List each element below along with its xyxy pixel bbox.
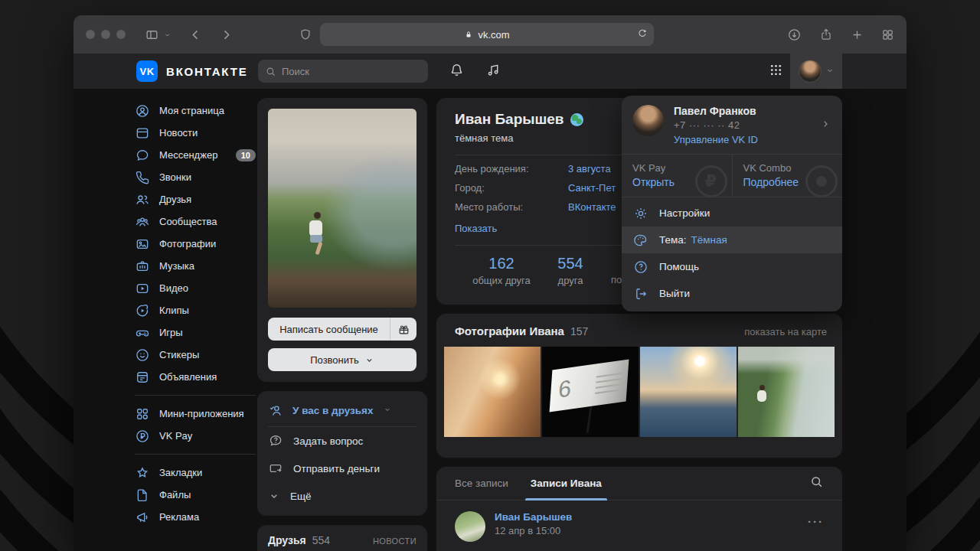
detail-value-link[interactable]: ВКонтакте bbox=[568, 201, 616, 213]
friends-counter[interactable]: 554 друга bbox=[548, 255, 593, 286]
minimize-window-icon[interactable] bbox=[101, 30, 110, 39]
action-label: Задать вопрос bbox=[293, 435, 363, 447]
new-tab-icon[interactable] bbox=[851, 28, 864, 41]
photo-thumbnail-aerial[interactable] bbox=[640, 347, 737, 437]
window-controls[interactable] bbox=[86, 30, 126, 39]
combo-watermark-icon bbox=[805, 165, 838, 197]
stickers-icon bbox=[135, 347, 150, 363]
menu-item-label: Помощь bbox=[659, 261, 699, 272]
call-button-label: Позвонить bbox=[310, 354, 359, 366]
send-gift-button[interactable] bbox=[390, 318, 416, 341]
mutual-friends-counter[interactable]: 162 общих друга bbox=[455, 255, 548, 286]
video-icon bbox=[135, 281, 150, 296]
post-author-link[interactable]: Иван Барышев bbox=[495, 511, 572, 523]
friends-title[interactable]: Друзья bbox=[268, 534, 306, 546]
notifications-bell-icon[interactable] bbox=[449, 62, 465, 81]
friend-status-button[interactable]: У вас в друзьях bbox=[268, 394, 416, 426]
post-date[interactable]: 12 апр в 15:00 bbox=[495, 525, 572, 536]
photo-thumbnail-sign[interactable]: 6 bbox=[542, 347, 639, 437]
vk-pay-tile[interactable]: VK Pay Открыть ₽ bbox=[622, 155, 733, 197]
share-icon[interactable] bbox=[819, 28, 833, 41]
back-icon[interactable] bbox=[188, 28, 203, 42]
sidebar-item-calls[interactable]: Звонки bbox=[135, 166, 256, 188]
sidebar-item-music[interactable]: Музыка bbox=[135, 255, 256, 277]
post-author-avatar[interactable] bbox=[455, 511, 485, 542]
more-actions-button[interactable]: Ещё bbox=[268, 482, 416, 510]
account-menu-button[interactable] bbox=[790, 54, 842, 89]
sidebar-item-stickers[interactable]: Стикеры bbox=[135, 344, 256, 366]
menu-item-help[interactable]: Помощь bbox=[622, 253, 842, 280]
sidebar-item-label: Закладки bbox=[159, 467, 202, 478]
privacy-shield-icon[interactable] bbox=[299, 28, 312, 41]
photo-person bbox=[309, 220, 322, 236]
menu-item-label: Тема: bbox=[659, 234, 687, 246]
sidebar-item-ads[interactable]: Реклама bbox=[135, 506, 256, 528]
sidebar-item-video[interactable]: Видео bbox=[135, 277, 256, 299]
sidebar-item-bookmarks[interactable]: Закладки bbox=[135, 461, 256, 484]
close-window-icon[interactable] bbox=[86, 30, 95, 39]
vk-id-link[interactable]: Управление VK ID bbox=[674, 134, 758, 145]
call-button[interactable]: Позвонить bbox=[268, 348, 416, 371]
vk-logo-icon[interactable]: VK bbox=[136, 60, 158, 82]
menu-item-settings[interactable]: Настройки bbox=[622, 200, 842, 227]
zoom-window-icon[interactable] bbox=[116, 30, 126, 39]
tab-all-posts[interactable]: Все записи bbox=[455, 467, 508, 500]
browser-toolbar: vk.com bbox=[74, 15, 906, 54]
bookmarks-icon bbox=[135, 465, 150, 481]
photos-title[interactable]: Фотографии Ивана bbox=[455, 324, 564, 337]
sidebar-item-photos[interactable]: Фотографии bbox=[135, 233, 256, 255]
header-search[interactable] bbox=[258, 60, 428, 83]
question-bubble-icon bbox=[268, 433, 283, 448]
detail-value-link[interactable]: 3 августа bbox=[568, 163, 611, 174]
menu-item-theme[interactable]: Тема: Тёмная bbox=[622, 227, 842, 253]
menu-item-logout[interactable]: Выйти bbox=[622, 280, 842, 307]
ask-question-button[interactable]: Задать вопрос bbox=[268, 427, 416, 455]
send-money-button[interactable]: Отправить деньги bbox=[268, 455, 416, 482]
tab-overview-icon[interactable] bbox=[881, 28, 894, 41]
sidebar-item-communities[interactable]: Сообщества bbox=[135, 210, 256, 233]
show-on-map-link[interactable]: показать на карте bbox=[744, 326, 827, 337]
vk-wordmark[interactable]: ВКОНТАКТЕ bbox=[166, 65, 240, 78]
detail-value-link[interactable]: Санкт-Пет bbox=[568, 182, 616, 194]
sidebar-toggle-icon[interactable] bbox=[145, 28, 159, 42]
wall-search-icon[interactable] bbox=[809, 474, 824, 492]
sidebar-item-mini-apps[interactable]: Мини-приложения bbox=[135, 403, 256, 425]
photos-card: Фотографии Ивана 157 показать на карте 6 bbox=[436, 314, 842, 458]
question-circle-icon bbox=[633, 259, 648, 275]
action-label: Отправить деньги bbox=[293, 463, 380, 474]
unread-badge: 10 bbox=[236, 149, 256, 161]
vk-combo-tile[interactable]: VK Combo Подробнее bbox=[733, 155, 843, 197]
sidebar-item-games[interactable]: Игры bbox=[135, 321, 256, 344]
photo-thumbnail-office-sunset[interactable] bbox=[444, 347, 541, 437]
tab-ivan-posts[interactable]: Записи Ивана bbox=[531, 467, 602, 500]
browser-window: vk.com VK ВКОНТАКТЕ bbox=[74, 15, 906, 551]
address-bar[interactable]: vk.com bbox=[320, 23, 654, 46]
friends-news-link[interactable]: новости bbox=[373, 536, 416, 546]
music-notes-icon[interactable] bbox=[485, 62, 501, 81]
search-input[interactable] bbox=[282, 66, 421, 77]
forward-icon[interactable] bbox=[219, 28, 234, 42]
counter-value: 554 bbox=[548, 255, 593, 272]
wall-tabs: Все записи Записи Ивана bbox=[436, 467, 842, 500]
money-card-icon bbox=[268, 461, 283, 476]
sidebar-item-news[interactable]: Новости bbox=[135, 122, 256, 144]
post-menu-ellipsis-icon[interactable]: ··· bbox=[808, 516, 824, 527]
sidebar-item-label: Сообщества bbox=[159, 216, 217, 227]
ruble-watermark-icon: ₽ bbox=[695, 165, 727, 197]
profile-photo[interactable] bbox=[268, 109, 416, 308]
sidebar-item-vk-pay[interactable]: VK Pay bbox=[135, 425, 256, 447]
services-grid-icon[interactable] bbox=[768, 62, 784, 81]
sidebar-item-messenger[interactable]: Мессенджер10 bbox=[135, 144, 256, 166]
sidebar-item-classifieds[interactable]: Объявления bbox=[135, 366, 256, 388]
sidebar-item-files[interactable]: Файлы bbox=[135, 484, 256, 506]
write-message-button[interactable]: Написать сообщение bbox=[268, 318, 390, 341]
sidebar-chevron-icon[interactable] bbox=[163, 31, 172, 39]
downloads-icon[interactable] bbox=[787, 28, 802, 42]
sidebar-item-clips[interactable]: Клипы bbox=[135, 299, 256, 321]
reload-icon[interactable] bbox=[637, 28, 648, 41]
dropdown-profile-row[interactable]: Павел Франков +7 ··· ··· ·· 42 Управлени… bbox=[622, 96, 842, 154]
sidebar-item-my-page[interactable]: Моя страница bbox=[135, 99, 256, 122]
photo-thumbnail-mountain[interactable] bbox=[738, 347, 835, 437]
sidebar-item-friends[interactable]: Друзья bbox=[135, 188, 256, 210]
sidebar-item-label: Реклама bbox=[159, 511, 199, 523]
